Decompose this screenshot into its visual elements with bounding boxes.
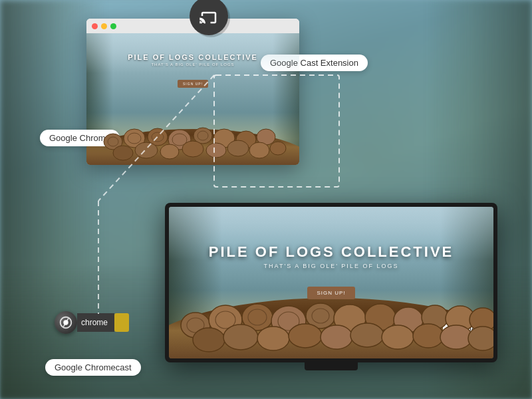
svg-point-18 <box>160 144 179 159</box>
svg-point-17 <box>135 142 158 158</box>
tv-display: PILE OF LOGS COLLECTIVE THAT'S A BIG OLE… <box>165 203 497 362</box>
google-chromecast-text: Google Chromecast <box>55 362 132 372</box>
chromecast-usb-dongle <box>114 313 129 332</box>
svg-point-43 <box>289 324 322 348</box>
svg-point-21 <box>227 140 249 156</box>
cast-icon <box>199 6 219 26</box>
chromecast-device: chrome <box>55 311 129 334</box>
tv-main-title: PILE OF LOGS COLLECTIVE <box>169 243 493 261</box>
browser-dot-red <box>92 23 98 29</box>
svg-point-45 <box>350 323 384 347</box>
svg-point-48 <box>440 325 472 349</box>
browser-main-title: PILE OF LOGS COLLECTIVE <box>86 53 299 61</box>
svg-point-20 <box>206 143 226 158</box>
svg-point-23 <box>270 142 286 155</box>
tv-stand <box>305 362 358 370</box>
chrome-ball <box>55 311 77 334</box>
svg-point-22 <box>249 142 269 158</box>
svg-point-46 <box>382 325 414 349</box>
svg-point-40 <box>193 328 225 352</box>
chrome-label-text: chrome <box>77 313 114 332</box>
scene: PILE OF LOGS COLLECTIVE THAT'S A BIG OLE… <box>0 0 532 399</box>
browser-window: PILE OF LOGS COLLECTIVE THAT'S A BIG OLE… <box>86 19 299 165</box>
browser-title-area: PILE OF LOGS COLLECTIVE THAT'S A BIG OLE… <box>86 53 299 66</box>
browser-sub-title: THAT'S A BIG OLE' PILE OF LOGS <box>86 63 299 66</box>
svg-point-16 <box>113 146 133 160</box>
browser-dot-yellow <box>101 23 107 29</box>
svg-point-19 <box>182 141 203 157</box>
svg-point-44 <box>321 325 352 349</box>
svg-point-42 <box>257 327 289 350</box>
browser-log-circles <box>93 105 293 162</box>
svg-point-41 <box>223 325 258 350</box>
svg-point-49 <box>468 327 493 350</box>
browser-content: PILE OF LOGS COLLECTIVE THAT'S A BIG OLE… <box>86 33 299 165</box>
svg-point-47 <box>413 324 444 348</box>
chrome-logo <box>59 315 73 330</box>
browser-dot-green <box>110 23 116 29</box>
tv-screen: PILE OF LOGS COLLECTIVE THAT'S A BIG OLE… <box>169 207 493 358</box>
tv-signup-btn[interactable]: SIGN UP! <box>307 287 354 299</box>
tv-log-circles <box>169 265 493 358</box>
browser-signup-btn[interactable]: SIGN UP! <box>178 80 208 88</box>
google-chromecast-label: Google Chromecast <box>45 359 141 376</box>
